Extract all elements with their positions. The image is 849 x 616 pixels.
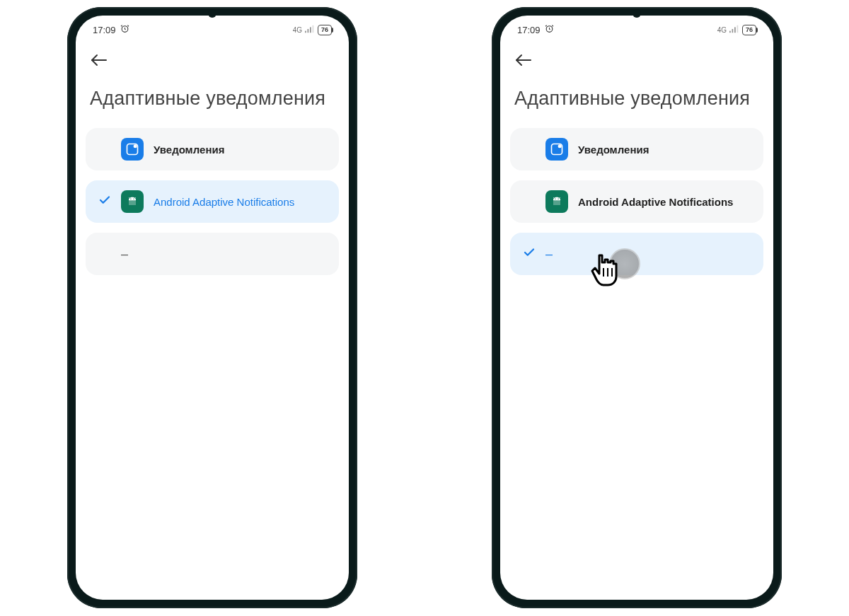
alarm-icon [120, 24, 129, 35]
option-android-adaptive[interactable]: Android Adaptive Notifications [86, 180, 339, 223]
back-button[interactable] [514, 52, 533, 71]
phone-notch [208, 9, 216, 18]
nav-bar [76, 40, 349, 76]
cursor-pointer-icon [585, 245, 629, 299]
option-none[interactable]: – [510, 233, 763, 275]
option-list: Уведомления Android Adaptive Notificatio… [76, 128, 349, 275]
page-title: Адаптивные уведомления [500, 76, 773, 128]
watermark-avatar-icon [609, 248, 640, 279]
svg-point-16 [555, 199, 555, 199]
option-label: Android Adaptive Notifications [154, 196, 294, 208]
option-android-adaptive[interactable]: Android Adaptive Notifications [510, 180, 763, 223]
signal-icon [305, 25, 315, 35]
notifications-app-icon [121, 138, 144, 161]
status-bar: 17:09 4G 76 [500, 16, 773, 40]
option-notifications[interactable]: Уведомления [86, 128, 339, 170]
phone-frame-right: 17:09 4G 76 Адаптивные уведомления [492, 7, 782, 608]
svg-rect-10 [729, 31, 731, 33]
svg-point-6 [134, 144, 137, 148]
network-label: 4G [717, 26, 727, 34]
option-label: Уведомления [154, 144, 224, 156]
option-none[interactable]: – [86, 233, 339, 275]
back-button[interactable] [90, 52, 108, 71]
android-app-icon [121, 190, 144, 213]
signal-icon [729, 25, 739, 35]
svg-rect-11 [732, 29, 733, 33]
svg-point-17 [558, 199, 558, 199]
svg-point-7 [130, 199, 131, 199]
svg-rect-12 [734, 27, 736, 33]
android-app-icon [545, 190, 568, 213]
phone-screen: 17:09 4G 76 Адаптивные уведомления [76, 16, 349, 600]
network-label: 4G [293, 26, 302, 34]
svg-point-8 [133, 199, 134, 199]
battery-indicator: 76 [742, 25, 756, 35]
svg-rect-2 [307, 29, 308, 33]
status-time: 17:09 [517, 25, 541, 35]
option-label: – [121, 247, 128, 262]
option-list: Уведомления Android Adaptive Notificatio… [500, 128, 773, 275]
option-label: – [545, 247, 553, 262]
svg-rect-3 [310, 27, 311, 33]
phone-screen: 17:09 4G 76 Адаптивные уведомления [500, 16, 773, 600]
option-label: Android Adaptive Notifications [578, 196, 733, 208]
option-notifications[interactable]: Уведомления [510, 128, 763, 170]
svg-point-15 [558, 144, 562, 148]
svg-rect-13 [737, 25, 738, 33]
battery-indicator: 76 [318, 25, 332, 35]
nav-bar [500, 40, 773, 76]
svg-rect-1 [305, 31, 306, 33]
check-icon [98, 194, 111, 210]
option-label: Уведомления [578, 144, 649, 156]
status-bar: 17:09 4G 76 [76, 16, 349, 40]
phone-frame-left: 17:09 4G 76 Адаптивные уведомления [67, 7, 357, 608]
page-title: Адаптивные уведомления [76, 76, 349, 128]
alarm-icon [545, 24, 554, 35]
svg-rect-4 [312, 25, 313, 33]
notifications-app-icon [545, 138, 568, 161]
status-time: 17:09 [93, 25, 116, 35]
check-icon [523, 246, 536, 262]
phone-notch [633, 9, 641, 18]
